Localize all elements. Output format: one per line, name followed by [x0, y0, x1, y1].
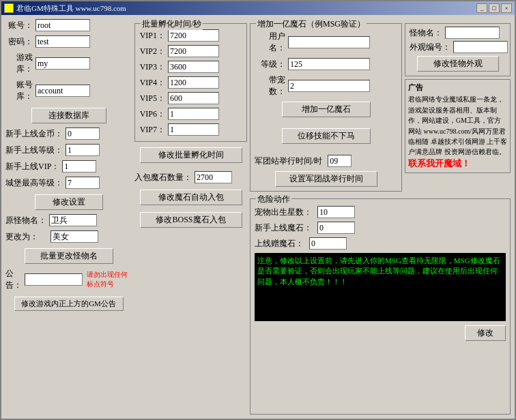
online-gift-input[interactable]: [309, 237, 347, 250]
mostone-level-input[interactable]: [288, 58, 370, 70]
pet-monster-name-input[interactable]: [445, 27, 500, 39]
pet-external-code-input[interactable]: [453, 41, 508, 53]
mostone-level-row: 等级：: [255, 58, 397, 70]
vip6-input[interactable]: [168, 108, 219, 120]
vip3-input[interactable]: [168, 61, 219, 73]
vip4-row: VIP4：: [139, 76, 242, 89]
danger-group: 危险动作 宠物出生星数： 新手上线魔石： 上线赠魔石：: [250, 198, 511, 415]
change-to-input[interactable]: [51, 230, 98, 243]
vip7-input[interactable]: [168, 123, 219, 136]
new-level-row: 新手上线等级：: [5, 144, 132, 156]
accountdb-row: 账号库：: [5, 79, 132, 102]
new-gold-row: 新手上线金币：: [5, 127, 132, 140]
mostone-level-label: 等级：: [255, 59, 285, 70]
magic-stone-label: 入包魔石数量：: [134, 172, 192, 183]
original-monster-label: 原怪物名：: [5, 215, 46, 226]
change-to-row: 更改为：: [5, 230, 132, 243]
new-level-label: 新手上线等级：: [5, 145, 63, 156]
vip2-row: VIP2：: [139, 45, 242, 57]
vip4-input[interactable]: [168, 76, 219, 89]
accountdb-input[interactable]: [35, 85, 90, 97]
announcement-label: 公告：: [5, 268, 22, 291]
modify-boss-magic-button[interactable]: 修改BOSS魔石入包: [140, 212, 242, 228]
window-controls: _ □ ×: [476, 3, 512, 13]
ad-content: 君临网络专业魔域私服一条龙，游戏架设服务器相用、版本制作，网站建设，GM工具，官…: [408, 95, 507, 155]
vip5-row: VIP5：: [139, 92, 242, 104]
vip3-label: VIP3：: [139, 61, 165, 73]
hatch-time-group: 批量孵化时间/秒 VIP1： VIP2： VIP3：: [134, 23, 247, 142]
batch-change-monster-button[interactable]: 批量更改怪物名: [25, 248, 113, 264]
main-window: 君临GM特殊工具 www.uc798.com _ □ × 账号： 密码： 游戏库…: [0, 0, 516, 420]
vip3-row: VIP3：: [139, 61, 242, 73]
left-panel: 账号： 密码： 游戏库： 账号库： 连接数据库 新手上线金币：: [5, 19, 132, 415]
mostone-username-input[interactable]: [288, 36, 370, 48]
vip7-label: VIP7：: [139, 124, 165, 136]
minimize-button[interactable]: _: [476, 3, 487, 13]
new-vip-row: 新手上线VIP：: [5, 160, 132, 172]
accountdb-label: 账号库：: [5, 79, 33, 102]
modify-setting-button[interactable]: 修改设置: [35, 194, 103, 210]
gamedb-label: 游戏库：: [5, 52, 33, 75]
window-title: 君临GM特殊工具 www.uc798.com: [16, 3, 126, 14]
new-magic-input[interactable]: [317, 222, 355, 234]
warning-text: 注意，修改以上设置前，请先进入你的MSG查看待无限限，MSG修改魔石是否需要验证…: [257, 256, 500, 286]
announcement-input[interactable]: [25, 273, 83, 286]
vip5-input[interactable]: [168, 92, 219, 104]
mostone-group: 增加一亿魔石（例MSG验证） 用户名： 等级： 带宠数：: [250, 23, 402, 192]
new-magic-row: 新手上线魔石：: [255, 222, 506, 234]
new-gold-input[interactable]: [66, 127, 100, 140]
modify-announcement-button[interactable]: 修改游戏内正上方的GM公告: [14, 297, 124, 311]
original-monster-input[interactable]: [49, 214, 97, 226]
vip5-label: VIP5：: [139, 93, 165, 104]
vip2-input[interactable]: [168, 45, 219, 57]
pet-ad-column: 怪物名： 外观编号： 修改怪物外观 广告: [405, 19, 511, 192]
top-right-area: 增加一亿魔石（例MSG验证） 用户名： 等级： 带宠数：: [250, 19, 511, 192]
new-vip-label: 新手上线VIP：: [5, 161, 59, 172]
app-icon: [4, 3, 14, 13]
vip1-label: VIP1：: [139, 30, 165, 42]
magic-stone-input[interactable]: [195, 171, 232, 183]
army-time-input[interactable]: [328, 155, 352, 167]
connect-db-button[interactable]: 连接数据库: [31, 108, 106, 123]
move-skill-button[interactable]: 位移技能不下马: [282, 128, 371, 144]
original-monster-row: 原怪物名：: [5, 214, 132, 226]
pet-external-code-row: 外观编号：: [410, 41, 506, 53]
password-row: 密码：: [5, 35, 132, 48]
bottom-right-area: 危险动作 宠物出生星数： 新手上线魔石： 上线赠魔石：: [250, 194, 511, 415]
modify-magic-auto-button[interactable]: 修改魔石自动入包: [140, 190, 242, 205]
new-vip-input[interactable]: [62, 160, 96, 172]
online-gift-row: 上线赠魔石：: [255, 237, 506, 250]
vip1-input[interactable]: [168, 29, 219, 42]
middle-panel: 批量孵化时间/秒 VIP1： VIP2： VIP3：: [134, 19, 247, 415]
mostone-username-label: 用户名：: [255, 31, 285, 54]
pet-monster-name-row: 怪物名：: [410, 27, 506, 39]
birth-star-input[interactable]: [317, 206, 355, 218]
change-to-label: 更改为：: [5, 231, 38, 243]
magic-stone-count-row: 入包魔石数量：: [134, 171, 247, 183]
add-mostone-button[interactable]: 增加一亿魔石: [282, 102, 371, 117]
mostone-carry-input[interactable]: [288, 80, 370, 92]
new-level-input[interactable]: [66, 144, 100, 156]
army-time-row: 军团站举行时间/时: [255, 155, 397, 167]
modify-external-button[interactable]: 修改怪物外观: [417, 56, 499, 72]
army-btn[interactable]: 设置军团战举行时间: [275, 171, 377, 187]
modify-danger-button[interactable]: 修改: [465, 325, 506, 341]
birth-star-row: 宠物出生星数：: [255, 206, 506, 218]
ad-title: 广告: [408, 82, 507, 93]
announcement-hint: 请勿出现任何标点符号: [87, 270, 132, 289]
vip2-label: VIP2：: [139, 46, 165, 57]
account-input[interactable]: [35, 19, 90, 31]
modify-hatch-button[interactable]: 修改批量孵化时间: [140, 147, 242, 163]
announcement-row: 公告： 请勿出现任何标点符号: [5, 268, 132, 291]
close-button[interactable]: ×: [501, 3, 512, 13]
max-level-input[interactable]: [66, 177, 100, 189]
password-label: 密码：: [5, 36, 33, 48]
maximize-button[interactable]: □: [489, 3, 500, 13]
new-gold-label: 新手上线金币：: [5, 128, 63, 140]
mostone-username-row: 用户名：: [255, 31, 397, 54]
vip4-label: VIP4：: [139, 77, 165, 89]
ad-link[interactable]: 联系我开魔域！: [408, 158, 470, 168]
password-input[interactable]: [35, 35, 90, 48]
gamedb-input[interactable]: [35, 57, 90, 70]
account-row: 账号：: [5, 19, 132, 31]
